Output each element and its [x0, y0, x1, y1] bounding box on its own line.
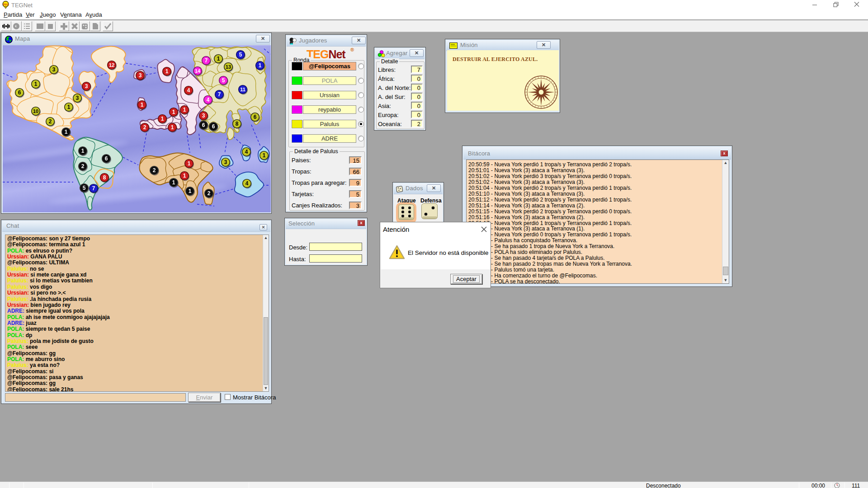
svg-text:8: 8: [236, 121, 239, 127]
svg-text:10: 10: [33, 108, 38, 114]
svg-text:7: 7: [92, 185, 95, 192]
svg-text:6: 6: [105, 155, 108, 162]
svg-text:1: 1: [189, 188, 192, 194]
svg-text:3: 3: [76, 95, 79, 101]
svg-text:1: 1: [172, 179, 175, 186]
svg-text:1: 1: [217, 56, 220, 62]
svg-text:1: 1: [67, 104, 71, 110]
svg-text:1: 1: [171, 124, 174, 131]
svg-text:8: 8: [103, 174, 106, 181]
svg-text:1: 1: [81, 148, 85, 154]
svg-text:6: 6: [212, 123, 215, 130]
svg-text:4: 4: [207, 97, 210, 103]
svg-text:1: 1: [183, 173, 186, 179]
svg-text:2: 2: [49, 118, 52, 125]
svg-text:1: 1: [188, 160, 191, 167]
svg-text:1: 1: [65, 129, 68, 135]
svg-text:6: 6: [254, 114, 257, 120]
svg-text:1: 1: [259, 62, 262, 69]
svg-text:6: 6: [202, 122, 205, 128]
svg-text:2: 2: [153, 167, 156, 174]
svg-text:3: 3: [52, 66, 56, 73]
svg-text:2: 2: [143, 124, 146, 131]
svg-text:TEG: TEG: [3, 3, 9, 6]
svg-text:5: 5: [239, 52, 242, 58]
svg-text:3: 3: [139, 72, 142, 79]
svg-text:3: 3: [202, 113, 205, 119]
svg-text:2: 2: [208, 190, 211, 197]
svg-text:11: 11: [240, 87, 245, 92]
svg-text:14: 14: [195, 68, 201, 74]
svg-text:1: 1: [183, 107, 186, 113]
svg-text:7: 7: [218, 91, 221, 98]
svg-text:1: 1: [165, 68, 169, 75]
svg-text:1: 1: [172, 109, 175, 115]
svg-text:5: 5: [222, 77, 225, 84]
svg-text:4: 4: [187, 87, 190, 94]
svg-text:1: 1: [161, 116, 164, 122]
svg-text:1: 1: [141, 102, 144, 108]
svg-text:3: 3: [85, 83, 88, 89]
svg-text:3: 3: [224, 159, 227, 165]
svg-text:6: 6: [18, 89, 21, 96]
svg-text:1: 1: [34, 81, 38, 87]
svg-text:13: 13: [226, 64, 231, 70]
svg-text:5: 5: [83, 185, 86, 191]
svg-text:1: 1: [263, 152, 266, 159]
svg-text:7: 7: [205, 57, 208, 64]
svg-text:2: 2: [81, 163, 85, 169]
svg-text:4: 4: [245, 180, 249, 187]
svg-text:4: 4: [245, 149, 248, 155]
svg-text:12: 12: [109, 62, 114, 68]
